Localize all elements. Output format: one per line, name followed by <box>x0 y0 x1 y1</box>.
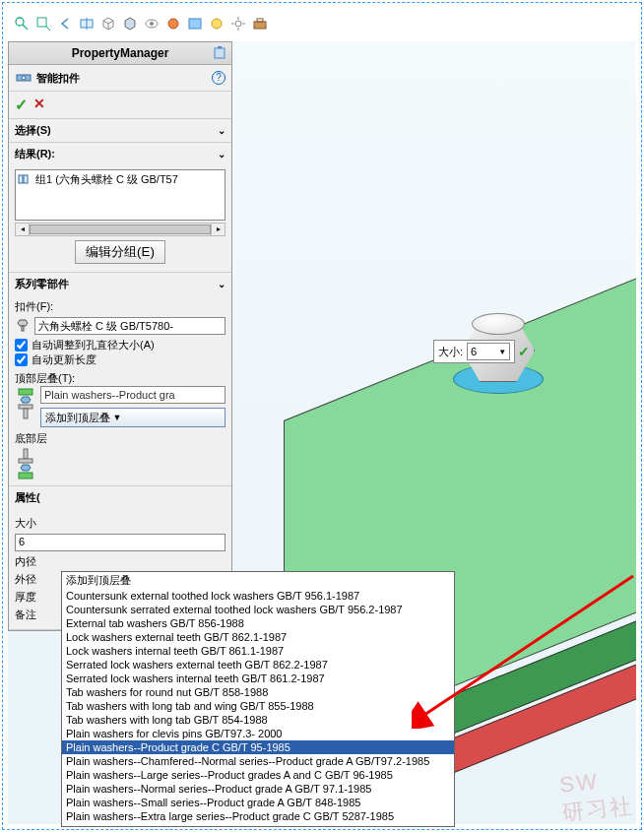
results-scrollbar[interactable]: ◂ ▸ <box>15 223 225 236</box>
dropdown-item[interactable]: External tab washers GB/T 856-1988 <box>62 616 454 630</box>
stack-dropdown-list[interactable]: 添加到顶层叠Countersunk external toothed lock … <box>61 571 455 827</box>
dropdown-item[interactable]: Tab washers with long tab GB/T 854-1988 <box>62 713 454 727</box>
svg-point-17 <box>22 76 26 80</box>
svg-rect-15 <box>218 46 222 48</box>
toolbox-icon[interactable] <box>250 14 270 33</box>
note-label: 备注 <box>15 608 44 622</box>
svg-rect-29 <box>19 473 32 479</box>
scroll-left-icon[interactable]: ◂ <box>16 224 30 235</box>
top-stack-label: 顶部层叠(T): <box>15 371 225 386</box>
section-view-icon[interactable] <box>77 14 97 33</box>
results-label: 结果(R): <box>15 147 55 161</box>
outer-dia-label: 外径 <box>15 572 44 587</box>
results-item-text: 组1 (六角头螺栓 C 级 GB/T57 <box>35 172 178 187</box>
top-stack-value[interactable]: Plain washers--Product gra <box>40 386 225 404</box>
svg-point-8 <box>168 19 178 29</box>
bolt-model[interactable] <box>453 364 544 394</box>
selection-section-header[interactable]: 选择(S) ⌄ <box>9 119 231 142</box>
chevron-icon: ⌄ <box>218 149 225 160</box>
zoom-fit-icon[interactable] <box>12 14 32 33</box>
svg-marker-28 <box>21 465 31 471</box>
svg-rect-22 <box>19 389 32 395</box>
results-listbox[interactable]: 组1 (六角头螺栓 C 级 GB/T57 <box>15 169 225 221</box>
dropdown-item[interactable]: Plain washers--Normal series--Product gr… <box>62 782 454 796</box>
chevron-icon: ⌄ <box>218 279 225 289</box>
view-orient-icon[interactable] <box>98 14 118 33</box>
dropdown-item[interactable]: Square taper washers for I section GB/T … <box>62 823 454 827</box>
dropdown-item[interactable]: 添加到顶层叠 <box>62 572 454 589</box>
callout-label: 大小: <box>438 345 463 359</box>
render-icon[interactable] <box>207 14 226 33</box>
auto-hole-check[interactable] <box>15 339 28 352</box>
svg-line-3 <box>46 27 50 31</box>
dropdown-item[interactable]: Plain washers--Large series--Product gra… <box>62 768 454 782</box>
top-stack-icon[interactable] <box>15 386 36 421</box>
svg-line-1 <box>23 25 28 30</box>
dropdown-item[interactable]: Countersunk external toothed lock washer… <box>62 589 454 603</box>
prev-view-icon[interactable] <box>55 14 75 33</box>
svg-rect-21 <box>22 326 24 331</box>
fastener-label: 扣件(F): <box>15 299 225 314</box>
callout-size-dropdown[interactable]: 6 ▼ <box>467 343 510 360</box>
auto-length-checkbox[interactable]: 自动更新长度 <box>15 352 225 367</box>
svg-rect-13 <box>257 19 263 22</box>
size-value[interactable]: 6 <box>15 534 225 551</box>
hide-show-icon[interactable] <box>142 14 161 33</box>
series-section-header[interactable]: 系列零部件 ⌄ <box>9 273 231 295</box>
bottom-stack-label: 底部层 <box>15 431 225 446</box>
dropdown-item[interactable]: Tab washers for round nut GB/T 858-1988 <box>62 685 454 699</box>
dropdown-item[interactable]: Tab washers with long tab and wing GB/T … <box>62 699 454 713</box>
scene-icon[interactable] <box>185 14 205 33</box>
svg-rect-18 <box>19 175 23 183</box>
dropdown-item[interactable]: Plain washers--Small series--Product gra… <box>62 796 454 809</box>
settings-icon[interactable] <box>228 14 248 33</box>
results-section-header[interactable]: 结果(R): ⌄ <box>9 143 231 165</box>
zoom-area-icon[interactable] <box>33 14 53 33</box>
dropdown-item[interactable]: Serrated lock washers external teeth GB/… <box>62 658 454 672</box>
appearance-icon[interactable] <box>163 14 183 33</box>
dropdown-item[interactable]: Lock washers external teeth GB/T 862.1-1… <box>62 630 454 644</box>
panel-title: PropertyManager <box>72 46 169 60</box>
cancel-button[interactable]: ✕ <box>33 96 45 114</box>
bottom-stack-icon[interactable] <box>15 446 36 481</box>
dropdown-arrow-icon: ▼ <box>110 413 124 422</box>
svg-rect-9 <box>189 19 201 29</box>
svg-marker-23 <box>21 397 31 403</box>
pin-icon[interactable] <box>212 45 227 61</box>
svg-point-10 <box>212 19 222 29</box>
auto-length-label: 自动更新长度 <box>32 352 97 367</box>
dropdown-item[interactable]: Countersunk serrated external toothed lo… <box>62 603 454 616</box>
fastener-input[interactable]: 六角头螺栓 C 级 GB/T5780- <box>34 317 225 335</box>
dropdown-item[interactable]: Serrated lock washers internal teeth GB/… <box>62 672 454 685</box>
svg-rect-26 <box>24 449 28 459</box>
panel-header: PropertyManager <box>9 42 231 65</box>
edit-group-button[interactable]: 编辑分组(E) <box>75 240 165 264</box>
size-label: 大小 <box>15 516 44 531</box>
auto-hole-checkbox[interactable]: 自动调整到孔直径大小(A) <box>15 338 225 352</box>
svg-rect-2 <box>37 18 46 27</box>
inner-dia-label: 内径 <box>15 554 44 569</box>
add-top-stack-combo[interactable]: 添加到顶层叠 ▼ <box>40 408 225 427</box>
smart-fastener-icon <box>15 69 32 87</box>
dropdown-item[interactable]: Lock washers internal teeth GB/T 861.1-1… <box>62 644 454 658</box>
auto-length-check[interactable] <box>15 353 28 366</box>
svg-rect-25 <box>24 409 28 418</box>
help-icon[interactable]: ? <box>212 71 225 85</box>
bolt-top-face <box>472 313 525 335</box>
ok-button[interactable]: ✓ <box>15 96 28 114</box>
group-icon <box>18 173 32 187</box>
size-callout: 大小: 6 ▼ ✓ <box>433 340 530 363</box>
dropdown-item[interactable]: Plain washers--Extra large series--Produ… <box>62 809 454 823</box>
display-style-icon[interactable] <box>120 14 140 33</box>
dropdown-item[interactable]: Plain washers--Product grade C GB/T 95-1… <box>62 740 454 754</box>
svg-rect-12 <box>254 22 266 29</box>
results-item[interactable]: 组1 (六角头螺栓 C 级 GB/T57 <box>18 172 223 187</box>
scroll-thumb[interactable] <box>30 224 211 234</box>
svg-rect-24 <box>19 405 32 409</box>
scroll-right-icon[interactable]: ▸ <box>211 224 225 235</box>
dropdown-item[interactable]: Plain washers--Chamfered--Normal series-… <box>62 754 454 768</box>
dropdown-item[interactable]: Plain washers for clevis pins GB/T97.3- … <box>62 727 454 740</box>
callout-confirm-icon[interactable]: ✓ <box>518 344 530 359</box>
properties-section-header[interactable]: 属性( <box>9 486 231 509</box>
svg-point-11 <box>235 21 241 27</box>
